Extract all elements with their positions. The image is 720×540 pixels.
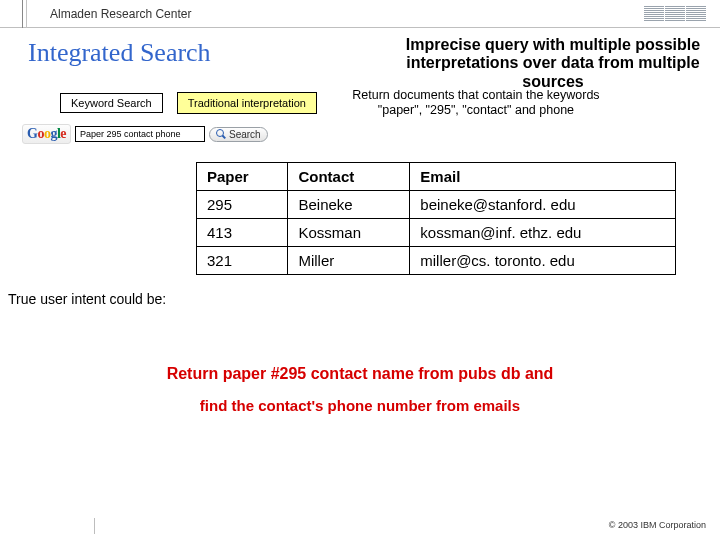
col-header: Paper: [197, 163, 288, 191]
cell: beineke@stanford. edu: [410, 191, 676, 219]
footer-copyright: © 2003 IBM Corporation: [609, 520, 706, 530]
intent-line-2: find the contact's phone number from ema…: [0, 397, 720, 414]
keyword-search-label: Keyword Search: [60, 93, 163, 113]
cell: 413: [197, 219, 288, 247]
cell: Miller: [288, 247, 410, 275]
cell: Kossman: [288, 219, 410, 247]
col-header: Email: [410, 163, 676, 191]
org-name: Almaden Research Center: [50, 7, 191, 21]
intent-label: True user intent could be:: [0, 275, 720, 307]
search-row: Google Search: [0, 118, 720, 144]
intent-line-1: Return paper #295 contact name from pubs…: [0, 365, 720, 383]
table-header-row: Paper Contact Email: [197, 163, 676, 191]
table-row: 295 Beineke beineke@stanford. edu: [197, 191, 676, 219]
intent-body: Return paper #295 contact name from pubs…: [0, 365, 720, 414]
footer-decor: [94, 518, 95, 534]
subtitle: Imprecise query with multiple possible i…: [394, 36, 712, 91]
table-row: 321 Miller miller@cs. toronto. edu: [197, 247, 676, 275]
header-decor: [26, 0, 27, 28]
cell: 295: [197, 191, 288, 219]
cell: 321: [197, 247, 288, 275]
search-button-label: Search: [229, 129, 261, 140]
interpretation-text: Return documents that contain the keywor…: [331, 88, 621, 118]
ibm-logo: [644, 6, 710, 21]
search-input[interactable]: [75, 126, 205, 142]
results-table: Paper Contact Email 295 Beineke beineke@…: [196, 162, 676, 275]
header-bar: Almaden Research Center: [0, 0, 720, 28]
table-row: 413 Kossman kossman@inf. ethz. edu: [197, 219, 676, 247]
google-logo: Google: [22, 124, 71, 144]
cell: Beineke: [288, 191, 410, 219]
header-decor: [22, 0, 23, 28]
search-icon: [216, 129, 226, 139]
search-button[interactable]: Search: [209, 127, 268, 142]
traditional-interpretation-label: Traditional interpretation: [177, 92, 317, 114]
col-header: Contact: [288, 163, 410, 191]
cell: miller@cs. toronto. edu: [410, 247, 676, 275]
cell: kossman@inf. ethz. edu: [410, 219, 676, 247]
